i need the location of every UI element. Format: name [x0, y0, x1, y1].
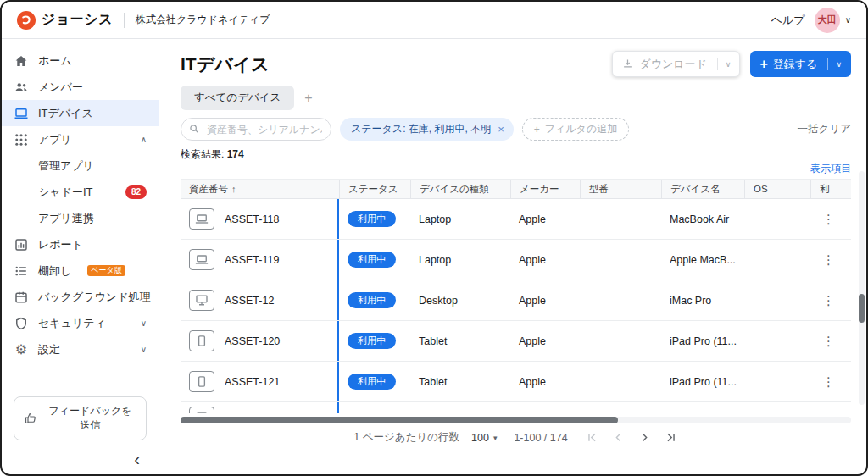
status-badge: 利用中 [348, 211, 396, 227]
table-row[interactable]: ASSET-120 利用中 Tablet Apple iPad Pro (11.… [181, 321, 851, 362]
sidebar-item-members[interactable]: メンバー [2, 74, 159, 100]
vertical-scrollbar-thumb[interactable] [859, 294, 865, 323]
company-name: 株式会社クラウドネイティブ [136, 13, 270, 27]
row-menu-button[interactable]: ⋮ [818, 212, 839, 227]
previous-page-button[interactable] [611, 430, 626, 445]
sidebar-item-label: アプリ連携 [38, 211, 94, 226]
vertical-scrollbar[interactable] [859, 171, 865, 405]
help-link[interactable]: ヘルプ [771, 13, 805, 28]
horizontal-scrollbar[interactable] [181, 417, 851, 423]
report-icon [14, 237, 29, 252]
feedback-button[interactable]: フィードバックを送信 [14, 396, 147, 440]
asset-number: ASSET-119 [225, 254, 279, 266]
chevron-down-icon: ∨ [141, 318, 147, 328]
rows-per-page-select[interactable]: 100 ▾ [471, 432, 497, 444]
sidebar-item-shadow-it[interactable]: シャドーIT 82 [2, 179, 159, 205]
display-columns-link[interactable]: 表示項目 [810, 162, 851, 176]
chevron-down-icon: ∨ [141, 345, 147, 354]
brand-name: ジョーシス [42, 11, 113, 29]
column-header-maker[interactable]: メーカー [510, 180, 580, 198]
maker: Apple [519, 213, 546, 225]
pagination-range: 1-100 / 174 [514, 432, 567, 444]
sidebar-item-inventory[interactable]: 棚卸し ベータ版 [2, 257, 159, 284]
column-header-device-type[interactable]: デバイスの種類 [410, 180, 510, 198]
asset-number: ASSET-121 [225, 376, 280, 388]
sidebar-item-label: シャドーIT [38, 185, 92, 200]
device-name: MacBook Air [670, 213, 729, 225]
sidebar-item-app-integration[interactable]: アプリ連携 [2, 205, 159, 231]
sidebar-item-label: セキュリティ [38, 316, 106, 331]
beta-badge: ベータ版 [87, 265, 125, 276]
download-button[interactable]: ダウンロード ∨ [612, 51, 740, 77]
sidebar-item-security[interactable]: セキュリティ ∨ [2, 310, 159, 336]
add-filter-label: フィルタの追加 [545, 122, 617, 136]
sidebar-item-settings[interactable]: ⚙ 設定 ∨ [2, 336, 159, 363]
sidebar-item-label: ITデバイス [38, 106, 93, 121]
row-menu-button[interactable]: ⋮ [818, 293, 839, 308]
tablet-icon [189, 371, 214, 392]
brand-logo[interactable]: ジョーシス [17, 11, 113, 30]
add-filter-button[interactable]: + フィルタの追加 [522, 118, 629, 141]
device-name: iMac Pro [670, 295, 711, 307]
column-header-os[interactable]: OS [744, 180, 810, 198]
table-row[interactable]: ASSET-121 利用中 Tablet Apple iPad Pro (11.… [181, 362, 851, 402]
chevron-down-icon: ▾ [493, 434, 498, 442]
maker: Apple [519, 376, 546, 388]
asset-number: ASSET-12 [225, 295, 274, 307]
sidebar-item-label: 管理アプリ [38, 158, 94, 174]
device-type: Tablet [419, 376, 447, 388]
register-label: 登録する [773, 57, 818, 72]
desktop-icon [189, 290, 214, 311]
tab-all-devices[interactable]: すべてのデバイス [181, 86, 294, 110]
search-icon [188, 123, 200, 135]
close-icon[interactable]: × [498, 124, 504, 135]
column-header-model[interactable]: 型番 [580, 180, 661, 198]
sidebar-item-reports[interactable]: レポート [2, 231, 159, 257]
column-header-asset[interactable]: 資産番号 ↑ [181, 180, 339, 198]
table-row[interactable]: ASSET-118 利用中 Laptop Apple MacBook Air ⋮ [181, 199, 851, 240]
status-filter-chip[interactable]: ステータス: 在庫, 利用中, 不明 × [340, 118, 514, 141]
row-menu-button[interactable]: ⋮ [818, 334, 839, 349]
column-header-device-name[interactable]: デバイス名 [661, 180, 744, 198]
sidebar-collapse-button[interactable]: ‹ [134, 451, 140, 468]
sidebar-item-background-jobs[interactable]: バックグラウンド処理 [2, 284, 159, 310]
pagination-bar: 1 ページあたりの行数 100 ▾ 1-100 / 174 [181, 430, 851, 445]
user-avatar[interactable]: 大田 [815, 8, 840, 33]
sidebar-item-home[interactable]: ホーム [2, 47, 159, 74]
next-page-button[interactable] [637, 430, 652, 445]
device-name: iPad Pro (11... [670, 335, 737, 347]
add-tab-button[interactable]: + [304, 91, 312, 105]
column-header-partial[interactable]: 利 [810, 180, 851, 198]
sidebar-item-managed-apps[interactable]: 管理アプリ [2, 152, 159, 179]
button-divider [717, 58, 718, 70]
shadow-it-count-badge: 82 [125, 185, 147, 199]
sidebar-item-apps[interactable]: アプリ ∧ [2, 126, 159, 152]
row-menu-button[interactable]: ⋮ [818, 374, 839, 390]
chevron-down-icon: ∨ [836, 60, 842, 69]
register-button[interactable]: + 登録する ∨ [750, 51, 851, 77]
sidebar-item-label: アプリ [38, 132, 72, 147]
results-count: 174 [227, 148, 244, 160]
search-input[interactable] [181, 118, 331, 141]
status-badge: 利用中 [348, 292, 396, 308]
home-icon [14, 53, 29, 69]
user-menu[interactable]: 大田 ∨ [815, 8, 851, 33]
table-row[interactable]: ASSET-119 利用中 Laptop Apple Apple MacB...… [181, 240, 851, 280]
clear-all-button[interactable]: 一括クリア [798, 122, 851, 136]
last-page-button[interactable] [664, 430, 678, 445]
device-type: Laptop [419, 254, 451, 266]
first-page-button[interactable] [585, 430, 599, 445]
button-divider [827, 58, 828, 70]
maker: Apple [519, 295, 546, 307]
row-menu-button[interactable]: ⋮ [818, 252, 839, 268]
rows-per-page-label: 1 ページあたりの行数 [353, 430, 459, 445]
horizontal-scrollbar-thumb[interactable] [181, 417, 618, 423]
column-header-status[interactable]: ステータス [339, 180, 410, 198]
sidebar-item-label: ホーム [38, 53, 72, 69]
results-label: 検索結果: [181, 148, 224, 160]
sidebar-item-it-devices[interactable]: ITデバイス [2, 100, 159, 126]
table-row[interactable]: ASSET-12 利用中 Desktop Apple iMac Pro ⋮ [181, 280, 851, 321]
josys-logo-icon [17, 11, 36, 30]
page-title: ITデバイス [181, 53, 270, 76]
sidebar-item-label: 棚卸し [38, 263, 71, 279]
